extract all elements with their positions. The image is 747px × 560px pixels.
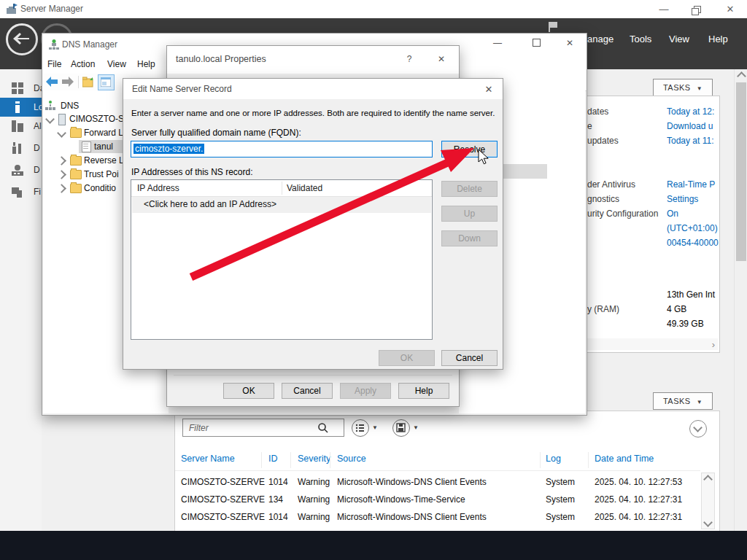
scrollbar-thumb[interactable] [736,82,746,261]
menu-manage[interactable]: anage [587,34,614,44]
tasks-dropdown-icon: ▼ [697,399,703,405]
ok-button[interactable]: OK [379,350,435,366]
properties-value-link[interactable]: Settings [667,194,732,204]
col-server-name[interactable]: Server Name [181,454,235,464]
dialog-title: Edit Name Server Record [132,84,232,94]
col-id[interactable]: ID [268,454,278,464]
scroll-down-icon[interactable] [703,518,713,527]
ip-list-label: IP Addresses of this NS record: [131,167,253,177]
tasks-dropdown-icon: ▼ [697,85,703,92]
expander-closed-icon[interactable] [57,184,66,193]
properties-value-link[interactable]: Download u [667,121,732,131]
back-button[interactable] [6,23,38,55]
col-date-time[interactable]: Date and Time [595,454,654,464]
selected-text: cimoszto-szerver. [133,144,204,154]
close-icon[interactable]: ✕ [481,84,497,95]
save-icon [396,423,406,432]
show-properties-button[interactable] [98,74,115,90]
fqdn-label: Server fully qualified domain name (FQDN… [131,128,301,138]
filter-search-icon [318,423,328,433]
minimize-icon[interactable]: — [493,38,502,48]
back-arrow-icon [13,33,29,44]
col-validated: Validated [287,183,322,193]
properties-hscrollbar[interactable]: › [584,338,718,350]
all-servers-icon [12,120,23,132]
parent-folder-icon[interactable] [82,76,95,88]
sidebar-item-role-2[interactable]: D [0,160,42,179]
menu-help[interactable]: Help [137,59,155,69]
menu-tools[interactable]: Tools [630,34,651,44]
menu-view[interactable]: View [107,59,126,69]
sidebar-item-local-server[interactable]: Lo [0,98,42,117]
dialog-description: Enter a server name and one or more IP a… [131,109,496,119]
close-icon[interactable]: ✕ [718,2,743,16]
expander-closed-icon[interactable] [57,170,66,179]
menu-help[interactable]: Help [708,34,728,44]
col-severity[interactable]: Severity [298,454,330,464]
properties-tasks-button[interactable]: TASKS▼ [653,79,713,96]
dropdown-icon[interactable]: ▼ [372,424,378,431]
cancel-button[interactable]: Cancel [441,350,498,366]
events-view-options-button[interactable] [352,419,369,437]
apply-button[interactable]: Apply [340,383,391,399]
down-button[interactable]: Down [441,230,498,246]
events-tasks-button[interactable]: TASKS▼ [653,392,713,410]
edit-ns-record-dialog: Edit Name Server Record ✕ Enter a server… [123,78,503,370]
forward-icon[interactable] [62,77,74,87]
expander-open-icon[interactable] [57,128,66,138]
sidebar-item-all-servers[interactable]: Al [0,117,42,136]
dropdown-icon[interactable]: ▼ [413,424,419,431]
properties-value-link[interactable]: On [667,209,732,219]
sidebar-item-role-1[interactable]: D [0,139,42,158]
properties-value-link[interactable]: Today at 12: [667,106,732,117]
properties-value-link[interactable]: Today at 11: [667,136,732,146]
close-icon[interactable]: ✕ [433,54,450,64]
expander-open-icon[interactable] [45,114,55,124]
sidebar-item-file-storage[interactable]: Fi [0,182,42,201]
col-source[interactable]: Source [337,454,366,464]
sidebar-item-dashboard[interactable]: Da [0,79,42,98]
cancel-button[interactable]: Cancel [282,383,333,399]
notifications-flag-icon[interactable] [549,22,559,32]
scroll-up-icon[interactable] [737,71,746,81]
fqdn-input[interactable]: cimoszto-szerver. [131,141,433,158]
properties-value-link[interactable]: (UTC+01:00) [667,223,732,233]
close-icon[interactable]: ✕ [566,38,573,48]
expander-closed-icon[interactable] [57,156,66,166]
delete-button[interactable]: Delete [441,181,498,197]
properties-value: 13th Gen Int [667,289,732,300]
properties-value-link[interactable]: Real-Time P [667,179,732,190]
maximize-icon[interactable] [533,39,541,47]
desktop: Server Manager — ✕ anage Tools View Help… [0,0,747,560]
help-button[interactable]: Help [398,383,449,399]
col-log[interactable]: Log [546,454,561,464]
scroll-up-icon[interactable] [703,475,713,484]
menu-file[interactable]: File [47,59,61,69]
events-save-button[interactable] [392,419,410,437]
help-icon[interactable]: ? [400,54,418,64]
up-button[interactable]: Up [441,206,498,222]
menu-view[interactable]: View [669,34,689,44]
menu-action[interactable]: Action [71,59,95,69]
back-icon[interactable] [46,77,58,87]
role-server-icon [12,164,23,176]
add-ip-row[interactable]: <Click here to add an IP Address> [132,197,431,213]
server-manager-logo-icon [6,4,18,15]
collapse-panel-button[interactable] [689,420,707,438]
events-scrollbar[interactable] [701,472,715,529]
main-scrollbar[interactable] [734,69,747,531]
properties-dialog-titlebar: tanulo.local Properties ? ✕ [167,46,459,74]
properties-value: 4 GB [667,304,732,314]
ok-button[interactable]: OK [223,383,274,399]
edit-dialog-titlebar: Edit Name Server Record ✕ [123,79,503,99]
file-storage-icon [12,186,23,198]
dns-window-title: DNS Manager [62,39,117,50]
taskbar: 11:47 2025. 04. 10. 2 [0,531,747,560]
resolve-button[interactable]: Resolve [441,141,498,158]
ip-address-list[interactable]: IP Address Validated <Click here to add … [131,179,433,340]
minimize-icon[interactable]: — [651,2,676,16]
ip-list-header: IP Address Validated [131,180,432,197]
dialog-title: tanulo.local Properties [176,54,266,64]
properties-value-link[interactable]: 00454-40000 [667,238,732,248]
restore-icon[interactable] [684,2,709,16]
